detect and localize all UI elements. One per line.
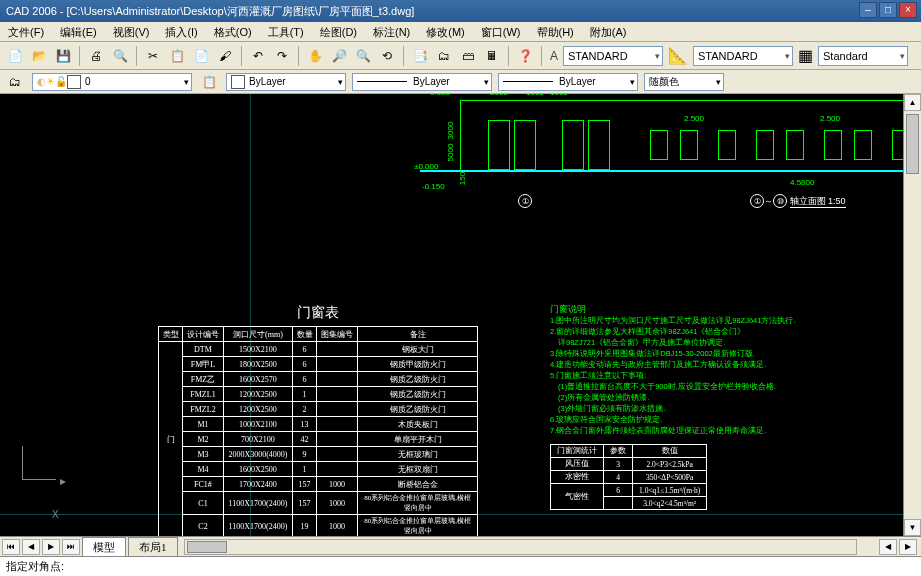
command-line[interactable]: 指定对角点: xyxy=(0,556,921,576)
axis-1-left: ① xyxy=(518,194,532,208)
horizontal-scrollbar[interactable] xyxy=(184,539,858,555)
tab-first-icon[interactable]: ⏮ xyxy=(2,539,20,555)
menu-draw[interactable]: 绘图(D) xyxy=(312,22,365,41)
dim-150: 150 xyxy=(458,172,467,185)
dim-below: -0.150 xyxy=(422,182,445,191)
notes-block: 门窗说明 1.图中所注明尺寸均为洞口尺寸施工尺寸及做法详见98ZJ641方法执行… xyxy=(550,304,890,436)
menu-view[interactable]: 视图(V) xyxy=(105,22,158,41)
title-bar: CAD 2006 - [C:\Users\Administrator\Deskt… xyxy=(0,0,921,22)
app-title: CAD 2006 - [C:\Users\Administrator\Deskt… xyxy=(6,5,414,17)
tab-model[interactable]: 模型 xyxy=(82,537,126,557)
menu-file[interactable]: 文件(F) xyxy=(0,22,52,41)
menu-addon[interactable]: 附加(A) xyxy=(582,22,635,41)
dim-2500a: 2.500 xyxy=(684,114,704,123)
standard-toolbar: 📄 📂 💾 🖨 🔍 ✂ 📋 📄 🖌 ↶ ↷ ✋ 🔎 🔍 ⟲ 📑 🗂 🗃 🖩 ❓ … xyxy=(0,42,921,70)
drawing-canvas[interactable]: 5.000 2000 1000 1000 3000 5000 2.500 2.5… xyxy=(0,94,903,536)
linetype-value: ByLayer xyxy=(413,76,450,87)
color-dropdown[interactable]: ByLayer xyxy=(226,73,346,91)
tab-last-icon[interactable]: ⏭ xyxy=(62,539,80,555)
match-icon[interactable]: 🖌 xyxy=(214,45,236,67)
linetype-dropdown[interactable]: ByLayer xyxy=(352,73,492,91)
tool-pal-icon[interactable]: 🗃 xyxy=(457,45,479,67)
maximize-button[interactable]: □ xyxy=(879,2,897,18)
dim-2000: 2000 xyxy=(490,94,508,97)
menu-insert[interactable]: 插入(I) xyxy=(157,22,205,41)
vertical-scrollbar[interactable]: ▲ ▼ xyxy=(903,94,921,536)
tab-layout1[interactable]: 布局1 xyxy=(128,537,178,557)
dim-style-dropdown[interactable]: STANDARD xyxy=(693,46,793,66)
new-icon[interactable]: 📄 xyxy=(4,45,26,67)
properties-toolbar: 🗂 ◐☀🔓 0 📋 ByLayer ByLayer ByLayer 随颜色 xyxy=(0,70,921,94)
command-prompt: 指定对角点: xyxy=(6,560,64,572)
window-controls: – □ × xyxy=(859,2,917,18)
cut-icon[interactable]: ✂ xyxy=(142,45,164,67)
dim-2500b: 2.500 xyxy=(820,114,840,123)
dim-5000: 5.000 xyxy=(430,94,450,97)
minimize-button[interactable]: – xyxy=(859,2,877,18)
lineweight-dropdown[interactable]: ByLayer xyxy=(498,73,638,91)
dim-ground: ±0.000 xyxy=(414,162,438,171)
door-window-table: 门窗表 类型设计编号 洞口尺寸(mm)数量 图集编号备注 门DTM1500X21… xyxy=(158,304,478,536)
text-style-dropdown[interactable]: STANDARD xyxy=(563,46,663,66)
dim-4580: 4.5800 xyxy=(790,178,814,187)
copy-icon[interactable]: 📋 xyxy=(166,45,188,67)
preview-icon[interactable]: 🔍 xyxy=(109,45,131,67)
lineweight-value: ByLayer xyxy=(559,76,596,87)
table-style-dropdown[interactable]: Standard xyxy=(818,46,908,66)
plotstyle-dropdown[interactable]: 随颜色 xyxy=(644,73,724,91)
hscroll-right-icon[interactable]: ▶ xyxy=(899,539,917,555)
dcenter-icon[interactable]: 🗂 xyxy=(433,45,455,67)
menu-window[interactable]: 窗口(W) xyxy=(473,22,529,41)
redo-icon[interactable]: ↷ xyxy=(271,45,293,67)
menu-bar: 文件(F) 编辑(E) 视图(V) 插入(I) 格式(O) 工具(T) 绘图(D… xyxy=(0,22,921,42)
print-icon[interactable]: 🖨 xyxy=(85,45,107,67)
dim-1000a: 1000 xyxy=(526,94,544,97)
close-button[interactable]: × xyxy=(899,2,917,18)
layer-dropdown[interactable]: ◐☀🔓 0 xyxy=(32,73,192,91)
axis-caption: ①～⑩ 轴立面图 1:50 xyxy=(750,194,846,208)
tablestyle-icon: ▦ xyxy=(798,46,813,65)
properties-icon[interactable]: 📑 xyxy=(409,45,431,67)
pan-icon[interactable]: ✋ xyxy=(304,45,326,67)
save-icon[interactable]: 💾 xyxy=(52,45,74,67)
tab-prev-icon[interactable]: ◀ xyxy=(22,539,40,555)
elevation-drawing: 5.000 2000 1000 1000 3000 5000 2.500 2.5… xyxy=(420,94,903,210)
color-value: ByLayer xyxy=(249,76,286,87)
table-title: 门窗表 xyxy=(158,304,478,322)
dim-3000: 3000 xyxy=(446,122,455,140)
textstyle-icon: A xyxy=(550,49,558,63)
open-icon[interactable]: 📂 xyxy=(28,45,50,67)
menu-tools[interactable]: 工具(T) xyxy=(260,22,312,41)
layer-prop-icon[interactable]: 🗂 xyxy=(4,71,26,93)
menu-format[interactable]: 格式(O) xyxy=(206,22,260,41)
dimstyle-icon: 📐 xyxy=(668,46,688,65)
notes-title: 门窗说明 xyxy=(550,304,890,315)
dw-table-grid: 类型设计编号 洞口尺寸(mm)数量 图集编号备注 门DTM1500X21006钢… xyxy=(158,326,478,536)
paste-icon[interactable]: 📄 xyxy=(190,45,212,67)
hscroll-thumb[interactable] xyxy=(187,541,227,553)
help-icon[interactable]: ❓ xyxy=(514,45,536,67)
plotstyle-value: 随颜色 xyxy=(649,75,679,89)
dim-5000v: 5000 xyxy=(446,144,455,162)
zoom-win-icon[interactable]: 🔍 xyxy=(352,45,374,67)
menu-modify[interactable]: 修改(M) xyxy=(418,22,473,41)
load-table: 门窗洞统计参数数值 风压值32.0<P3<2.5kPa 水密性4350<ΔP<5… xyxy=(550,444,707,510)
menu-dimension[interactable]: 标注(N) xyxy=(365,22,418,41)
scroll-thumb[interactable] xyxy=(906,114,919,174)
layer-name: 0 xyxy=(85,76,91,87)
undo-icon[interactable]: ↶ xyxy=(247,45,269,67)
tab-next-icon[interactable]: ▶ xyxy=(42,539,60,555)
hscroll-left-icon[interactable]: ◀ xyxy=(879,539,897,555)
zoom-prev-icon[interactable]: ⟲ xyxy=(376,45,398,67)
scroll-up-icon[interactable]: ▲ xyxy=(904,94,921,111)
scroll-down-icon[interactable]: ▼ xyxy=(904,519,921,536)
dim-1000b: 1000 xyxy=(550,94,568,97)
menu-edit[interactable]: 编辑(E) xyxy=(52,22,105,41)
layout-tabs: ⏮ ◀ ▶ ⏭ 模型 布局1 ◀ ▶ xyxy=(0,536,921,556)
calc-icon[interactable]: 🖩 xyxy=(481,45,503,67)
zoom-rt-icon[interactable]: 🔎 xyxy=(328,45,350,67)
menu-help[interactable]: 帮助(H) xyxy=(529,22,582,41)
layer-mgr-icon[interactable]: 📋 xyxy=(198,71,220,93)
